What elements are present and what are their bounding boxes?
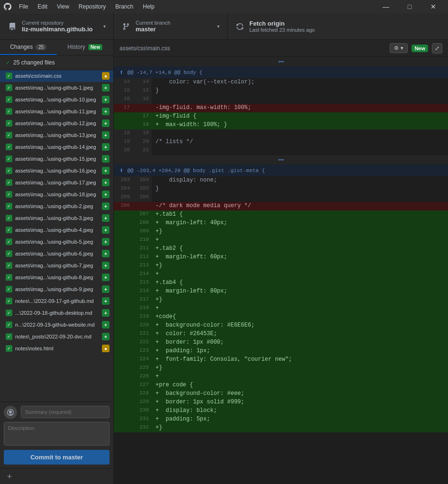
file-list-item[interactable]: ✓notes\_posts\2022-09-20-dvc.md+ <box>0 331 113 343</box>
file-list-item[interactable]: ✓assets\imag...\using-github-18.jpeg+ <box>0 189 113 201</box>
titlebar-controls[interactable]: — □ ✕ <box>375 0 444 13</box>
file-name-label: assets\imag...\using-github-13.jpeg <box>15 132 99 138</box>
minimize-button[interactable]: — <box>375 0 397 13</box>
file-list-item[interactable]: ✓assets\imag...\using-github-7.jpeg+ <box>0 260 113 272</box>
file-checkbox[interactable]: ✓ <box>6 132 12 138</box>
file-checkbox[interactable]: ✓ <box>6 179 12 186</box>
menu-file[interactable]: File <box>15 2 32 11</box>
diff-line-content: + border: 1px #000; <box>152 338 448 347</box>
file-list-item[interactable]: ✓assets\imag...\using-github-17.jpeg+ <box>0 177 113 189</box>
file-list-item[interactable]: ✓assets\css\main.css● <box>0 70 113 82</box>
file-checkbox[interactable]: ✓ <box>6 321 12 328</box>
menu-edit[interactable]: Edit <box>34 2 51 11</box>
file-checkbox[interactable]: ✓ <box>6 203 12 210</box>
menu-view[interactable]: View <box>53 2 73 11</box>
file-checkbox[interactable]: ✓ <box>6 155 12 162</box>
file-checkbox[interactable]: ✓ <box>6 167 12 174</box>
diff-line-content: /* lists */ <box>152 138 448 146</box>
diff-expand-dots[interactable] <box>114 155 448 164</box>
file-status-badge: + <box>102 309 110 317</box>
add-coauthor-button[interactable] <box>0 468 113 484</box>
file-checkbox[interactable]: ✓ <box>6 238 12 245</box>
menu-help[interactable]: Help <box>139 2 158 11</box>
file-name-label: assets\imag...\using-github-7.jpeg <box>15 263 99 268</box>
file-checkbox[interactable]: ✓ <box>6 96 12 103</box>
diff-expand-dots[interactable] <box>114 57 448 66</box>
file-checkbox[interactable]: ✓ <box>6 73 12 79</box>
file-status-badge: + <box>102 167 110 174</box>
file-name-label: assets\imag...\using-github-1.jpeg <box>15 85 99 91</box>
commit-button[interactable]: Commit to master <box>4 450 110 465</box>
diff-line: 206-/* dark mode media query */ <box>114 202 448 210</box>
diff-old-line-num <box>114 121 133 129</box>
file-list: ✓assets\css\main.css●✓assets\imag...\usi… <box>0 70 113 402</box>
titlebar-menu[interactable]: File Edit View Repository Branch Help <box>15 2 158 11</box>
file-status-badge: + <box>102 119 110 127</box>
diff-old-line-num <box>114 279 133 287</box>
current-repo-section[interactable]: Current repository liz-muehlmann.github.… <box>0 13 114 39</box>
menu-repository[interactable]: Repository <box>75 2 110 11</box>
file-list-item[interactable]: ✓assets\imag...\using-github-6.jpeg+ <box>0 248 113 260</box>
file-list-item[interactable]: ✓assets\imag...\using-github-2.jpeg+ <box>0 201 113 212</box>
tab-changes[interactable]: Changes 25 <box>0 40 57 55</box>
file-checkbox[interactable]: ✓ <box>6 84 12 91</box>
file-list-item[interactable]: ✓assets\imag...\using-github-8.jpeg+ <box>0 272 113 283</box>
file-checkbox[interactable]: ✓ <box>6 298 12 304</box>
diff-line-content: + max-width: 100%; } <box>152 121 448 129</box>
commit-summary-input[interactable] <box>21 406 110 418</box>
diff-hunk-expand-icon[interactable]: ⬆ <box>119 68 123 76</box>
file-list-item[interactable]: ✓notes\notes.html● <box>0 343 113 355</box>
file-checkbox[interactable]: ✓ <box>6 286 12 292</box>
file-list-item[interactable]: ✓assets\imag...\using-github-11.jpeg+ <box>0 106 113 118</box>
file-list-item[interactable]: ✓assets\imag...\using-github-10.jpeg+ <box>0 94 113 106</box>
diff-old-line-num: 16 <box>114 95 133 104</box>
file-list-item[interactable]: ✓...\2022-09-18-github-desktop.md+ <box>0 307 113 319</box>
commit-description-input[interactable] <box>4 422 110 446</box>
file-checkbox[interactable]: ✓ <box>6 274 12 281</box>
close-button[interactable]: ✕ <box>422 0 444 13</box>
file-list-item[interactable]: ✓assets\imag...\using-github-9.jpeg+ <box>0 283 113 295</box>
file-list-item[interactable]: ✓assets\imag...\using-github-13.jpeg+ <box>0 129 113 141</box>
file-list-item[interactable]: ✓assets\imag...\using-github-4.jpeg+ <box>0 224 113 236</box>
file-list-item[interactable]: ✓assets\imag...\using-github-15.jpeg+ <box>0 153 113 165</box>
current-branch-section[interactable]: Current branch master ▾ <box>114 13 228 39</box>
menu-branch[interactable]: Branch <box>111 2 137 11</box>
diff-old-line-num <box>114 287 133 296</box>
diff-line: 1920/* lists */ <box>114 138 448 146</box>
file-list-item[interactable]: ✓assets\imag...\using-github-1.jpeg+ <box>0 82 113 94</box>
file-list-item[interactable]: ✓n...\2022-09-19-github-website.md+ <box>0 319 113 331</box>
file-checkbox[interactable]: ✓ <box>6 345 12 352</box>
file-checkbox[interactable]: ✓ <box>6 120 12 127</box>
diff-expand-button[interactable]: ⤢ <box>432 43 442 54</box>
file-checkbox[interactable]: ✓ <box>6 191 12 198</box>
file-checkbox[interactable]: ✓ <box>6 250 12 257</box>
diff-line-content: + <box>152 373 448 381</box>
file-name-label: assets\imag...\using-github-14.jpeg <box>15 144 99 150</box>
file-list-item[interactable]: ✓assets\imag...\using-github-14.jpeg+ <box>0 141 113 153</box>
file-list-item[interactable]: ✓assets\imag...\using-github-5.jpeg+ <box>0 236 113 248</box>
diff-line-content <box>152 146 448 155</box>
file-list-item[interactable]: ✓assets\imag...\using-github-16.jpeg+ <box>0 165 113 177</box>
fetch-origin-section[interactable]: Fetch origin Last fetched 23 minutes ago <box>228 13 341 39</box>
file-checkbox[interactable]: ✓ <box>6 144 12 150</box>
file-status-badge: + <box>102 297 110 305</box>
file-checkbox[interactable]: ✓ <box>6 215 12 221</box>
file-list-item[interactable]: ✓assets\imag...\using-github-12.jpeg+ <box>0 118 113 129</box>
diff-hunk-expand-icon[interactable]: ⬆ <box>119 166 123 174</box>
diff-new-line-num: 206 <box>133 193 152 202</box>
file-checkbox[interactable]: ✓ <box>6 333 12 340</box>
diff-line: 223+ padding: 1px; <box>114 347 448 356</box>
tab-history[interactable]: History New <box>57 40 114 55</box>
diff-settings-button[interactable]: ⚙ ▾ <box>390 43 408 53</box>
svg-point-2 <box>282 61 283 63</box>
file-list-item[interactable]: ✓notes\...\2022-09-17-git-github.md+ <box>0 295 113 307</box>
file-checkbox[interactable]: ✓ <box>6 262 12 269</box>
fetch-text: Fetch origin Last fetched 23 minutes ago <box>249 20 334 33</box>
file-checkbox[interactable]: ✓ <box>6 227 12 233</box>
file-checkbox[interactable]: ✓ <box>6 108 12 115</box>
maximize-button[interactable]: □ <box>399 0 421 13</box>
diff-line: 2021 <box>114 146 448 155</box>
file-list-item[interactable]: ✓assets\imag...\using-github-3.jpeg+ <box>0 212 113 224</box>
file-checkbox[interactable]: ✓ <box>6 310 12 316</box>
diff-new-line-num: 213 <box>133 262 152 270</box>
